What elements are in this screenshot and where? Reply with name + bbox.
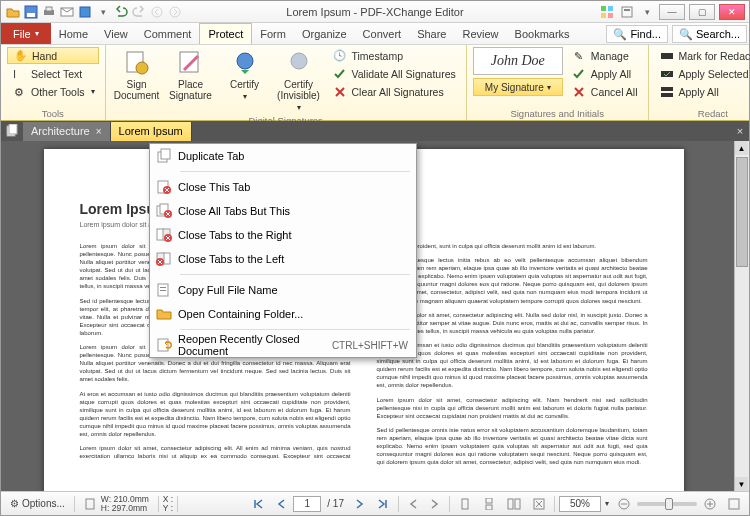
page-num-input[interactable]: 1: [293, 496, 321, 512]
search-label: Search...: [696, 28, 740, 40]
other-tools[interactable]: ⚙Other Tools▾: [7, 83, 99, 100]
dimensions-button[interactable]: W: 210.0mmH: 297.0mm: [79, 495, 154, 513]
print-icon[interactable]: [41, 4, 57, 20]
single-page-view[interactable]: [454, 495, 476, 513]
prev-page-button[interactable]: [271, 495, 291, 513]
cm-close-this-tab[interactable]: Close This Tab: [150, 175, 416, 199]
sign-doc-label: Sign Document: [114, 79, 160, 101]
scroll-thumb[interactable]: [736, 157, 748, 267]
apply-all-redact-button[interactable]: Apply All: [655, 83, 751, 100]
search-button[interactable]: 🔍Search...: [672, 25, 747, 43]
mark-redaction-button[interactable]: Mark for Redaction: [655, 47, 751, 64]
docs-icon[interactable]: [5, 124, 19, 138]
certify-icon: [231, 49, 259, 77]
sign-doc-icon: [123, 49, 151, 77]
cm-separator: [180, 171, 410, 172]
height-label: H: 297.0mm: [101, 504, 149, 513]
nav-back-button[interactable]: [403, 495, 423, 513]
continuous-view[interactable]: [478, 495, 500, 513]
tab-bookmarks[interactable]: Bookmarks: [507, 23, 578, 44]
validate-all-button[interactable]: Validate All Signatures: [328, 65, 460, 82]
doc-tab-lorem[interactable]: Lorem Ipsum: [111, 122, 192, 141]
group-tools-label: Tools: [7, 107, 99, 120]
cm-reopen-closed[interactable]: Reopen Recently Closed DocumentCTRL+SHIF…: [150, 333, 416, 357]
tab-convert[interactable]: Convert: [355, 23, 410, 44]
zoom-dropdown-icon[interactable]: ▾: [603, 499, 611, 508]
tab-home[interactable]: Home: [51, 23, 96, 44]
extensions-icon[interactable]: [599, 4, 615, 20]
sign-document-button[interactable]: Sign Document: [112, 47, 162, 103]
tab-organize[interactable]: Organize: [294, 23, 355, 44]
scan-icon[interactable]: [77, 4, 93, 20]
svg-rect-50: [508, 499, 513, 509]
fullscreen-button[interactable]: [723, 495, 745, 513]
next-icon[interactable]: [167, 4, 183, 20]
doc-tab-architecture[interactable]: Architecture×: [23, 122, 111, 141]
tab-share[interactable]: Share: [409, 23, 454, 44]
y-label: Y :: [163, 504, 173, 513]
ui-options-icon[interactable]: [619, 4, 635, 20]
close-red-icon: [150, 179, 178, 195]
dropdown-icon[interactable]: ▾: [95, 4, 111, 20]
cm-separator: [180, 274, 410, 275]
place-sig-icon: [177, 49, 205, 77]
gear-icon: ⚙: [10, 498, 19, 509]
manage-icon: ✎: [571, 48, 587, 64]
undo-icon[interactable]: [113, 4, 129, 20]
cm-copy-full-filename[interactable]: Copy Full File Name: [150, 278, 416, 302]
hand-tool[interactable]: ✋Hand: [7, 47, 99, 64]
tab-comment[interactable]: Comment: [136, 23, 200, 44]
tab-review[interactable]: Review: [454, 23, 506, 44]
two-page-view[interactable]: [502, 495, 526, 513]
prev-icon[interactable]: [149, 4, 165, 20]
minimize-button[interactable]: —: [659, 4, 685, 20]
scroll-up-icon[interactable]: ▲: [735, 141, 748, 155]
close-icon[interactable]: ×: [96, 126, 102, 137]
help-dropdown-icon[interactable]: ▾: [639, 4, 655, 20]
options-button[interactable]: ⚙Options...: [5, 495, 70, 513]
fit-page-button[interactable]: [528, 495, 550, 513]
save-icon[interactable]: [23, 4, 39, 20]
cancel-all-button[interactable]: Cancel All: [567, 83, 642, 100]
last-page-button[interactable]: [372, 495, 394, 513]
open-icon[interactable]: [5, 4, 21, 20]
place-signature-button[interactable]: Place Signature: [166, 47, 216, 103]
apply-selected-button[interactable]: Apply Selected: [655, 65, 751, 82]
timestamp-button[interactable]: 🕓Timestamp: [328, 47, 460, 64]
manage-button[interactable]: ✎Manage: [567, 47, 642, 64]
cm-close-tabs-right[interactable]: Close Tabs to the Right: [150, 223, 416, 247]
file-tab[interactable]: File▾: [1, 23, 51, 44]
reopen-icon: [150, 337, 178, 353]
find-button[interactable]: 🔍Find...: [606, 25, 668, 43]
certify-invisible-button[interactable]: Certify (Invisible)▾: [274, 47, 324, 114]
zoom-slider[interactable]: [637, 502, 697, 506]
tab-protect[interactable]: Protect: [199, 23, 252, 44]
gear-icon: ⚙: [11, 84, 27, 100]
scroll-down-icon[interactable]: ▼: [735, 477, 748, 491]
close-all-tabs-icon[interactable]: ×: [731, 125, 749, 137]
select-text-tool[interactable]: ISelect Text: [7, 65, 99, 82]
apply-all-sig-button[interactable]: Apply All: [567, 65, 642, 82]
zoom-input[interactable]: 50%: [559, 496, 601, 512]
clear-all-button[interactable]: Clear All Signatures: [328, 83, 460, 100]
cm-close-all-but-this[interactable]: Close All Tabs But This: [150, 199, 416, 223]
close-button[interactable]: ✕: [719, 4, 745, 20]
vertical-scrollbar[interactable]: ▲ ▼: [734, 141, 749, 491]
signature-preview[interactable]: John Doe: [473, 47, 563, 75]
my-signature-button[interactable]: My Signature▾: [473, 78, 563, 96]
redo-icon[interactable]: [131, 4, 147, 20]
cm-close-tabs-left[interactable]: Close Tabs to the Left: [150, 247, 416, 271]
next-page-button[interactable]: [350, 495, 370, 513]
zoom-out-button[interactable]: [613, 495, 635, 513]
cm-duplicate-tab[interactable]: Duplicate Tab: [150, 144, 416, 168]
tab-view[interactable]: View: [96, 23, 136, 44]
email-icon[interactable]: [59, 4, 75, 20]
cm-open-containing-folder[interactable]: Open Containing Folder...: [150, 302, 416, 326]
first-page-button[interactable]: [247, 495, 269, 513]
zoom-in-button[interactable]: [699, 495, 721, 513]
nav-fwd-button[interactable]: [425, 495, 445, 513]
slider-knob[interactable]: [665, 498, 673, 510]
maximize-button[interactable]: ▢: [689, 4, 715, 20]
tab-form[interactable]: Form: [252, 23, 294, 44]
certify-button[interactable]: Certify▾: [220, 47, 270, 103]
